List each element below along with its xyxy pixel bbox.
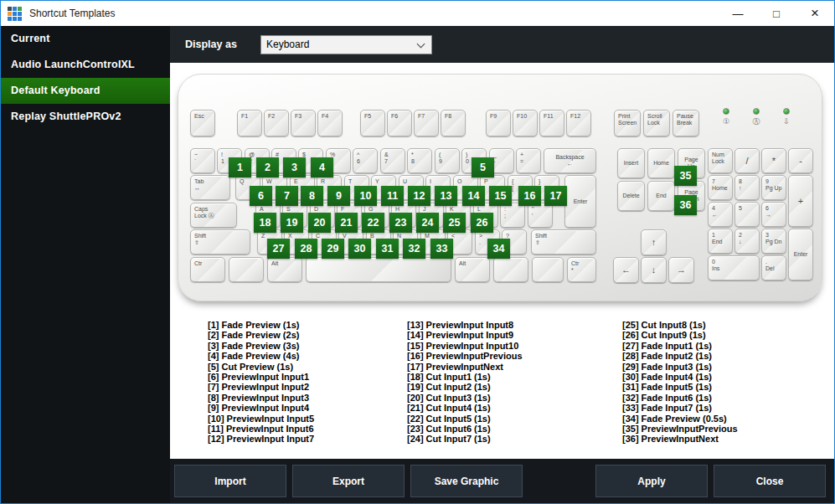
key-f5: F5 — [360, 110, 385, 136]
shortcut-badge-22: 22 — [362, 213, 384, 233]
key-f6: F6 — [387, 110, 412, 136]
shortcut-badge-14: 14 — [462, 186, 485, 206]
key-1: 1End — [708, 229, 733, 254]
shortcut-entry: [31] Fade Input5 (1s) — [622, 382, 738, 392]
shortcut-badge-20: 20 — [308, 213, 331, 233]
key-f12: F12 — [566, 110, 591, 136]
key-blank — [306, 257, 451, 282]
shortcut-entry: [35] PreviewInputPrevious — [622, 424, 738, 434]
key-blank: ↑ — [641, 229, 667, 255]
shortcut-entry: [6] PreviewInput Input1 — [208, 372, 314, 382]
key-3: 3Pg Dn — [761, 229, 786, 254]
key-ctr: Ctr* — [567, 257, 596, 282]
key-alt: Alt — [267, 257, 302, 282]
key-0: 0Ins — [708, 255, 760, 280]
key-blank: += — [516, 148, 541, 173]
shortcut-entry: [12] PreviewInput Input7 — [208, 434, 314, 444]
key-8: 8↑ — [734, 175, 760, 200]
key-num: NumLock — [708, 148, 733, 173]
key-blank: ← — [613, 257, 639, 283]
content-area: EscF1F2F3F4F5F6F7F8F9F10F11F12PrintScree… — [170, 63, 834, 459]
shortcut-entry: [10] PreviewInput Input5 — [208, 414, 314, 424]
key-backspace: Backspace← — [544, 148, 596, 173]
shortcut-badge-15: 15 — [489, 186, 512, 206]
key-blank: ^6 — [353, 148, 378, 173]
shortcut-badge-34: 34 — [487, 239, 510, 259]
shortcut-badge-3: 3 — [283, 157, 306, 177]
shortcut-entry: [34] Fade Preview (0.5s) — [622, 414, 738, 424]
key-2: 2↓ — [734, 229, 760, 254]
shortcut-entry: [33] Fade Input7 (1s) — [622, 403, 738, 413]
shortcut-badge-30: 30 — [348, 239, 371, 259]
key-f9: F9 — [486, 110, 511, 136]
keyboard-graphic: EscF1F2F3F4F5F6F7F8F9F10F11F12PrintScree… — [178, 74, 822, 301]
sidebar-item-default-keyboard[interactable]: Default Keyboard — [1, 78, 170, 104]
key-f1: F1 — [237, 110, 262, 136]
shortcut-badge-36: 36 — [674, 195, 697, 215]
key-scroll: ScrollLock — [643, 110, 670, 136]
shortcut-column-1: [1] Fade Preview (1s)[2] Fade Preview (2… — [208, 320, 314, 445]
key-5: 5 — [734, 202, 760, 227]
key-blank: / — [734, 148, 760, 173]
key-esc: Esc — [190, 110, 215, 136]
key-blank: ↓ — [641, 257, 667, 283]
import-button[interactable]: Import — [174, 465, 286, 497]
window-controls: — □ × — [719, 1, 834, 26]
shortcut-entry: [3] Fade Preview (3s) — [208, 341, 314, 351]
close-button[interactable]: × — [796, 1, 834, 26]
sidebar-item-audio-launchcontrolxl[interactable]: Audio LaunchControlXL — [1, 52, 170, 78]
shortcut-entry: [27] Fade Input1 (1s) — [622, 341, 738, 351]
key-blank: * — [761, 148, 786, 173]
key-6: 6→ — [761, 202, 786, 227]
shortcut-badge-17: 17 — [544, 186, 567, 206]
key-blank: "' — [528, 203, 553, 228]
key-f11: F11 — [539, 110, 564, 136]
key-f8: F8 — [441, 110, 466, 136]
key-7: 7Home — [708, 175, 733, 200]
shortcut-entry: [16] PreviewInputPrevious — [407, 351, 523, 361]
key-delete: Delete — [617, 181, 645, 211]
key-9: 9Pg Up — [761, 175, 786, 200]
shortcut-entry: [8] PreviewInput Input3 — [208, 393, 314, 403]
key-blank: *8 — [407, 148, 432, 173]
sidebar-item-replay-shuttleprov2[interactable]: Replay ShuttlePROv2 — [1, 104, 170, 130]
shortcut-badge-27: 27 — [267, 239, 290, 259]
display-as-dropdown[interactable]: Keyboard — [260, 35, 432, 54]
key-shift: Shift⇧ — [190, 229, 250, 255]
export-button[interactable]: Export — [292, 465, 405, 497]
key-f10: F10 — [513, 110, 538, 136]
shortcut-badge-35: 35 — [674, 166, 697, 186]
key-end: End — [647, 181, 675, 211]
apply-button[interactable]: Apply — [595, 465, 708, 497]
maximize-button[interactable]: □ — [757, 1, 796, 26]
shortcut-entry: [21] Cut Input4 (1s) — [407, 403, 523, 413]
key-insert: Insert — [617, 148, 645, 178]
shortcut-badge-9: 9 — [327, 186, 350, 206]
key-alt: Alt — [455, 257, 490, 282]
window-title: Shortcut Templates — [29, 8, 116, 19]
key-blank: - — [788, 148, 813, 173]
chevron-down-icon — [417, 39, 425, 48]
shortcut-badge-18: 18 — [254, 213, 276, 233]
close-button[interactable]: Close — [714, 465, 826, 497]
shortcut-badge-23: 23 — [389, 213, 412, 233]
shortcut-badge-7: 7 — [276, 186, 298, 206]
shortcut-badge-31: 31 — [376, 239, 399, 259]
key-f3: F3 — [291, 110, 316, 136]
shortcut-badge-25: 25 — [443, 213, 466, 233]
key-enter: Enter — [564, 175, 596, 228]
scroll-lock-led-icon: ⇩ — [778, 108, 795, 126]
shortcut-badge-28: 28 — [295, 239, 317, 259]
shortcut-badge-33: 33 — [430, 239, 453, 259]
shortcut-badge-1: 1 — [229, 157, 251, 177]
shortcut-badge-21: 21 — [335, 213, 358, 233]
shortcut-entry: [22] Cut Input5 (1s) — [407, 414, 523, 424]
minimize-button[interactable]: — — [719, 1, 757, 26]
sidebar-item-current[interactable]: Current — [1, 26, 170, 52]
shortcut-entry: [19] Cut Input2 (1s) — [407, 382, 523, 392]
key-f2: F2 — [264, 110, 289, 136]
titlebar: Shortcut Templates — □ × — [1, 1, 834, 26]
shortcut-entry: [20] Cut Input3 (1s) — [407, 393, 523, 403]
save-graphic-button[interactable]: Save Graphic — [410, 465, 523, 497]
key-tab: Tab↔ — [190, 175, 230, 200]
